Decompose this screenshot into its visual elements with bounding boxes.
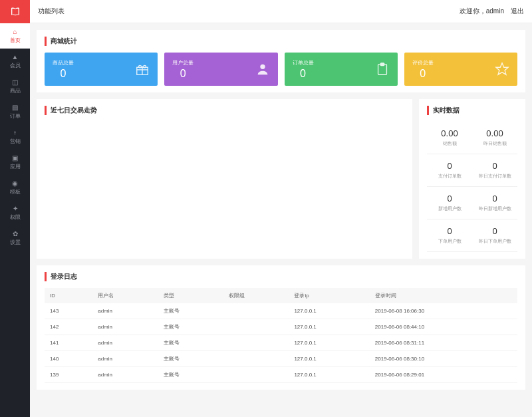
star-icon — [495, 62, 509, 76]
panel-title: 近七日交易走势 — [45, 106, 404, 115]
welcome-text: 欢迎你，admin — [460, 7, 504, 16]
user-icon: ▲ — [12, 53, 19, 61]
stat-card-review[interactable]: 评价总量 0 — [404, 53, 517, 86]
table-cell: 143 — [45, 303, 92, 319]
table-cell: 141 — [45, 335, 92, 351]
table-cell: 2019-06-06 08:30:10 — [370, 351, 517, 367]
sidebar-item-template[interactable]: ◉ 模板 — [0, 175, 30, 200]
svg-point-3 — [260, 65, 265, 69]
realtime-label: 支付订单数 — [438, 173, 462, 180]
realtime-label: 销售额 — [443, 140, 457, 147]
sidebar-item-label: 设置 — [10, 239, 21, 246]
sidebar-item-app[interactable]: ▣ 应用 — [0, 150, 30, 175]
sidebar-item-permission[interactable]: ✦ 权限 — [0, 200, 30, 225]
realtime-label: 新增用户数 — [438, 206, 462, 212]
realtime-value: 0 — [492, 226, 497, 236]
permission-icon: ✦ — [13, 205, 18, 212]
table-cell: 2019-06-08 16:06:30 — [370, 303, 517, 319]
table-header: 登录时间 — [370, 288, 517, 303]
stat-label: 商品总量 — [53, 59, 74, 67]
realtime-panel: 实时数据 0.00销售额0.00昨日销售额0支付订单数0昨日支付订单数0新增用户… — [419, 99, 525, 259]
table-row: 141admin主账号127.0.0.12019-06-06 08:31:11 — [45, 335, 517, 351]
log-panel: 登录日志 ID用户名类型权限组登录ip登录时间 143admin主账号127.0… — [37, 265, 525, 390]
table-cell: 主账号 — [158, 319, 223, 335]
sidebar-item-label: 会员 — [10, 62, 21, 69]
table-cell: admin — [92, 319, 158, 335]
stat-card-goods[interactable]: 商品总量 0 — [45, 53, 158, 86]
realtime-cell: 0新增用户数 — [427, 187, 472, 219]
stat-value: 0 — [180, 68, 186, 80]
sidebar-item-label: 权限 — [10, 213, 21, 221]
table-row: 142admin主账号127.0.0.12019-06-06 08:44:10 — [45, 319, 517, 335]
sidebar-item-setting[interactable]: ✿ 设置 — [0, 225, 30, 251]
table-cell: 127.0.0.1 — [289, 303, 369, 319]
stat-card-order[interactable]: 订单总量 0 — [285, 53, 398, 86]
topbar: 功能列表 欢迎你，admin 退出 — [30, 0, 532, 23]
sidebar-item-label: 订单 — [10, 112, 21, 120]
svg-marker-6 — [496, 63, 508, 74]
realtime-cell: 0昨日新增用户数 — [472, 187, 517, 219]
sidebar-item-marketing[interactable]: ♀ 营销 — [0, 124, 30, 150]
home-icon: ⌂ — [13, 28, 17, 35]
table-cell: admin — [92, 303, 158, 319]
table-cell — [223, 351, 289, 367]
setting-icon: ✿ — [13, 230, 18, 237]
template-icon: ◉ — [12, 180, 18, 187]
realtime-value: 0 — [447, 226, 452, 236]
table-header: 用户名 — [92, 288, 158, 303]
table-cell: 主账号 — [158, 303, 223, 319]
log-table: ID用户名类型权限组登录ip登录时间 143admin主账号127.0.0.12… — [45, 288, 517, 383]
table-cell: 127.0.0.1 — [289, 351, 369, 367]
table-cell: 127.0.0.1 — [289, 335, 369, 351]
sidebar-item-label: 模板 — [10, 188, 21, 196]
page-title: 功能列表 — [38, 7, 65, 16]
chart-panel: 近七日交易走势 — [37, 99, 412, 259]
logo[interactable] — [0, 0, 30, 23]
realtime-cell: 0支付订单数 — [427, 154, 472, 187]
realtime-label: 昨日新增用户数 — [479, 206, 511, 212]
sidebar-item-label: 首页 — [10, 37, 21, 44]
sidebar-item-label: 商品 — [10, 87, 21, 94]
table-row: 140admin主账号127.0.0.12019-06-06 08:30:10 — [45, 351, 517, 367]
realtime-value: 0 — [447, 194, 452, 204]
panel-title: 实时数据 — [427, 106, 517, 115]
goods-icon: ◫ — [12, 78, 18, 86]
table-header: 权限组 — [223, 288, 289, 303]
marketing-icon: ♀ — [13, 129, 18, 136]
realtime-value: 0.00 — [441, 128, 458, 138]
order-icon: ▤ — [12, 104, 18, 111]
realtime-cell: 0下单用户数 — [427, 219, 472, 252]
stat-value: 0 — [420, 68, 426, 80]
sidebar-item-home[interactable]: ⌂ 首页 — [0, 23, 30, 49]
sidebar-item-goods[interactable]: ◫ 商品 — [0, 74, 30, 99]
table-cell: admin — [92, 351, 158, 367]
user-icon — [255, 62, 270, 76]
realtime-value: 0 — [492, 194, 497, 204]
realtime-cell: 0昨日支付订单数 — [472, 154, 517, 187]
table-cell: 主账号 — [158, 335, 223, 351]
table-row: 139admin主账号127.0.0.12019-06-06 08:29:01 — [45, 367, 517, 383]
table-cell: 139 — [45, 367, 92, 383]
table-header: 登录ip — [289, 288, 369, 303]
sidebar-item-label: 营销 — [10, 138, 21, 145]
table-cell — [223, 319, 289, 335]
stat-value: 0 — [61, 68, 66, 80]
sidebar-item-label: 应用 — [10, 163, 21, 170]
table-cell: 2019-06-06 08:44:10 — [370, 319, 517, 335]
table-row: 143admin主账号127.0.0.12019-06-08 16:06:30 — [45, 303, 517, 319]
realtime-label: 下单用户数 — [438, 238, 462, 245]
stat-label: 用户总量 — [172, 59, 194, 67]
realtime-label: 昨日支付订单数 — [479, 173, 511, 180]
realtime-label: 昨日销售额 — [483, 140, 507, 147]
sidebar-item-order[interactable]: ▤ 订单 — [0, 99, 30, 124]
panel-title: 登录日志 — [45, 272, 517, 281]
table-cell: 127.0.0.1 — [289, 319, 369, 335]
main: 功能列表 欢迎你，admin 退出 商城统计 商品总量 0 — [30, 0, 532, 417]
logout-link[interactable]: 退出 — [511, 7, 524, 16]
stat-label: 订单总量 — [293, 59, 314, 67]
table-cell — [223, 367, 289, 383]
clipboard-icon — [375, 62, 390, 76]
table-cell: 2019-06-06 08:29:01 — [370, 367, 517, 383]
sidebar-item-member[interactable]: ▲ 会员 — [0, 49, 30, 74]
stat-card-user[interactable]: 用户总量 0 — [164, 53, 277, 86]
